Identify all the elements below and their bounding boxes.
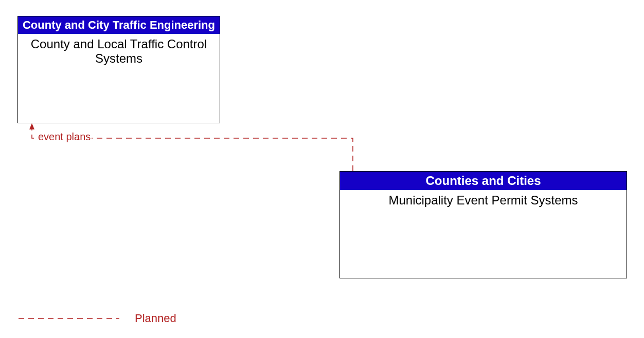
flow-label-event-plans: event plans [37,131,92,143]
entity-permit-systems: Counties and Cities Municipality Event P… [339,171,627,278]
entity-body-traffic-control: County and Local Traffic Control Systems [18,34,220,68]
entity-header-counties-cities: Counties and Cities [340,172,627,190]
entity-traffic-control: County and City Traffic Engineering Coun… [17,16,220,123]
entity-body-permit-systems: Municipality Event Permit Systems [340,190,627,211]
legend-label-planned: Planned [135,312,176,325]
entity-header-traffic-engineering: County and City Traffic Engineering [18,16,220,34]
arrowhead-icon [29,123,34,129]
